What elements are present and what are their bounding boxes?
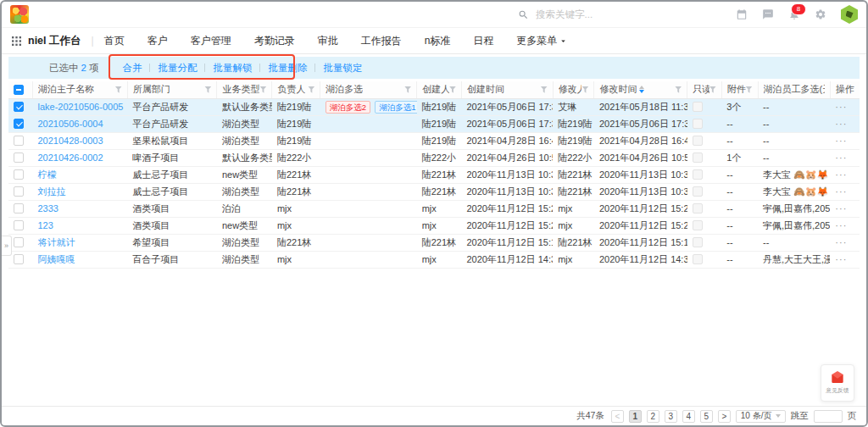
row-select-cell[interactable] (8, 234, 32, 251)
nav-item[interactable]: 客户管理 (191, 34, 231, 48)
filter-icon[interactable] (581, 86, 588, 93)
row-checkbox[interactable] (14, 136, 24, 146)
filter-icon[interactable] (404, 86, 411, 93)
batch-actions: 批量分配批量解锁批量删除批量锁定 (142, 62, 362, 75)
filter-icon[interactable] (675, 86, 682, 93)
prev-page-button[interactable]: < (611, 410, 624, 423)
record-link[interactable]: 阿姨嘎嘎 (37, 254, 75, 264)
nav-item[interactable]: 考勤记录 (254, 34, 295, 48)
filter-icon[interactable] (541, 86, 548, 93)
checkbox-indeterminate-icon[interactable] (14, 85, 24, 95)
filter-icon[interactable] (204, 86, 211, 93)
record-link[interactable]: 20210428-0003 (37, 136, 103, 146)
row-actions-button[interactable]: ··· (835, 119, 847, 129)
nav-more-menu[interactable]: 更多菜单 (516, 34, 568, 48)
name-cell: 20210426-0002 (32, 149, 127, 166)
select-all-checkbox[interactable] (8, 81, 32, 98)
record-link[interactable]: 刘拉拉 (37, 186, 65, 197)
record-link[interactable]: 123 (37, 220, 53, 230)
workspace-title[interactable]: niel 工作台 (28, 34, 81, 48)
batch-action-button[interactable]: 批量解锁 (213, 62, 252, 75)
attachments-cell: -- (721, 166, 758, 183)
batch-action-button[interactable]: 批量分配 (158, 62, 197, 75)
page-button[interactable]: 1 (629, 410, 642, 423)
row-select-cell[interactable] (8, 115, 32, 132)
row-select-cell[interactable] (8, 98, 32, 115)
row-checkbox[interactable] (14, 102, 24, 112)
search-input[interactable] (534, 8, 665, 20)
row-checkbox[interactable] (14, 237, 24, 247)
apps-grid-icon[interactable] (12, 36, 21, 46)
expand-sidebar-handle[interactable]: » (2, 236, 12, 256)
row-actions-button[interactable]: ··· (835, 220, 847, 230)
row-select-cell[interactable] (8, 251, 32, 268)
nav-item[interactable]: 首页 (104, 34, 125, 48)
user-avatar[interactable] (841, 5, 858, 24)
page-size-select[interactable]: 10 条/页 (736, 410, 786, 423)
tag-blue[interactable]: 湖泊多选1 (375, 101, 417, 114)
filter-icon[interactable] (115, 86, 122, 93)
record-link[interactable]: 将计就计 (37, 237, 75, 247)
filter-icon[interactable] (746, 86, 753, 93)
filter-icon[interactable] (259, 86, 266, 93)
app-logo[interactable] (10, 5, 29, 24)
modifier-cell: mjx (553, 200, 594, 217)
nav-item[interactable]: 日程 (473, 34, 493, 48)
row-actions-button[interactable]: ··· (835, 254, 847, 264)
filter-icon[interactable] (449, 86, 456, 93)
row-select-cell[interactable] (8, 166, 32, 183)
row-checkbox[interactable] (14, 186, 24, 197)
sort-desc-icon[interactable] (639, 90, 644, 93)
nav-item[interactable]: 客户 (147, 34, 168, 48)
tags-cell (320, 166, 417, 183)
batch-action-button[interactable]: 批量删除 (268, 62, 307, 75)
row-checkbox[interactable] (14, 203, 24, 214)
row-actions-button[interactable]: ··· (835, 152, 847, 163)
notifications-bell[interactable]: 8 (788, 8, 800, 20)
feedback-button[interactable]: 意见反馈 (821, 364, 854, 402)
sort-icons[interactable] (639, 86, 644, 93)
page-button[interactable]: 3 (665, 410, 677, 423)
page-button[interactable]: 4 (682, 410, 695, 423)
record-link[interactable]: 20210426-0002 (37, 152, 103, 163)
merge-button[interactable]: 合并 (122, 62, 142, 75)
row-actions-button[interactable]: ··· (835, 102, 847, 112)
row-select-cell[interactable] (8, 200, 32, 217)
next-page-button[interactable]: > (718, 410, 731, 423)
row-checkbox[interactable] (14, 220, 24, 230)
owner-cell: 陆221林 (272, 166, 320, 183)
settings-gear-icon[interactable] (815, 8, 826, 20)
row-actions-button[interactable]: ··· (835, 203, 847, 214)
tag-red[interactable]: 湖泊多选2 (326, 101, 370, 114)
row-checkbox[interactable] (14, 169, 24, 180)
filter-icon[interactable] (308, 86, 314, 93)
row-actions-button[interactable]: ··· (835, 169, 847, 180)
chat-icon[interactable] (762, 8, 774, 20)
row-checkbox[interactable] (14, 152, 24, 163)
page-button[interactable]: 5 (700, 410, 713, 423)
row-actions-button[interactable]: ··· (835, 136, 847, 146)
column-header: 负责人 (272, 81, 320, 98)
filter-icon[interactable] (709, 86, 716, 93)
row-actions-button[interactable]: ··· (835, 186, 847, 197)
record-link[interactable]: lake-20210506-0005 (37, 102, 123, 112)
row-actions-button[interactable]: ··· (835, 237, 847, 247)
jump-page-input[interactable] (814, 410, 843, 423)
global-search[interactable] (518, 8, 665, 20)
calendar-icon[interactable] (736, 8, 748, 20)
nav-item[interactable]: 审批 (318, 34, 338, 48)
row-select-cell[interactable] (8, 183, 32, 200)
batch-action-button[interactable]: 批量锁定 (323, 62, 362, 75)
record-link[interactable]: 20210506-0004 (37, 119, 103, 129)
row-select-cell[interactable] (8, 149, 32, 166)
row-select-cell[interactable] (8, 217, 32, 234)
record-link[interactable]: 2333 (37, 203, 58, 214)
nav-item[interactable]: n标准 (425, 34, 451, 48)
record-link[interactable]: 柠檬 (37, 169, 56, 180)
nav-item[interactable]: 工作报告 (361, 34, 402, 48)
row-select-cell[interactable] (8, 132, 32, 149)
row-checkbox[interactable] (14, 119, 24, 129)
sort-asc-icon[interactable] (639, 86, 644, 89)
page-button[interactable]: 2 (647, 410, 659, 423)
row-checkbox[interactable] (14, 254, 24, 264)
